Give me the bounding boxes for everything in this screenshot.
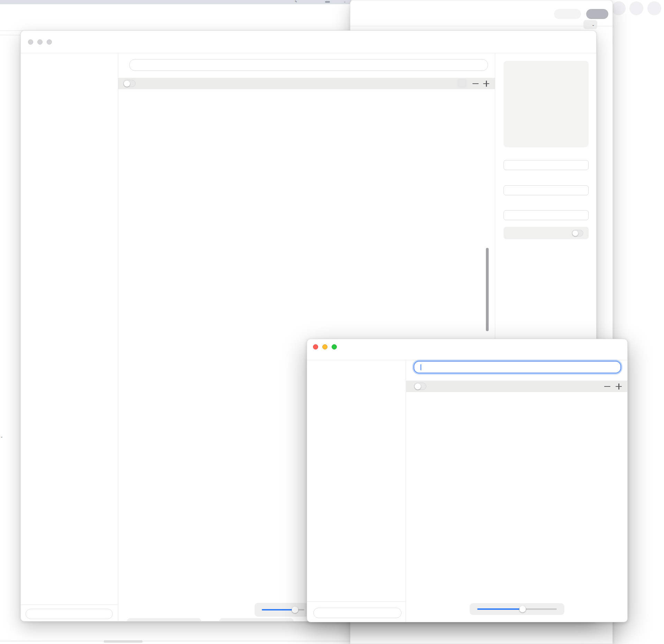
description-field[interactable] (504, 185, 589, 195)
preview-dropdown[interactable]: ⌄ (583, 20, 597, 29)
asset-zoom-slider[interactable] (255, 603, 308, 617)
manage-mode-toggle[interactable] (414, 383, 426, 390)
manage-mode-toggle[interactable] (123, 80, 136, 87)
background-toolbar-strip (0, 0, 351, 4)
save-as-button[interactable] (554, 9, 581, 19)
asset-preview-image (510, 88, 582, 121)
screen: ✎ ⌄ ⌄ ⌄ (0, 0, 664, 644)
filter-colour-palettes-field[interactable] (313, 608, 402, 618)
colour-manager-window (307, 339, 628, 622)
done-button[interactable] (586, 9, 608, 19)
remove-asset-button[interactable] (472, 80, 479, 87)
zoom-button[interactable] (47, 39, 52, 45)
toolbar-handle[interactable] (325, 1, 330, 3)
search-colours-field[interactable] (414, 361, 621, 373)
close-button[interactable] (28, 39, 33, 45)
share-button[interactable] (612, 1, 626, 15)
filter-asset-groups-field[interactable] (26, 609, 113, 619)
bottom-edge-fragment (104, 640, 142, 643)
grid-scrollbar[interactable] (486, 248, 489, 331)
name-field[interactable] (504, 160, 589, 170)
text-caret (421, 364, 421, 370)
always-export-toggle[interactable] (572, 230, 583, 236)
close-button[interactable] (313, 344, 318, 349)
zoom-button[interactable] (332, 344, 337, 349)
add-colour-button[interactable] (615, 383, 622, 390)
slider-thumb[interactable] (519, 606, 526, 613)
ordering-dropdown[interactable] (457, 79, 467, 88)
minimize-button[interactable] (322, 344, 328, 349)
cut-search-label: ⌄ (0, 433, 3, 439)
toolbar-chevron-icon[interactable]: ⌄ (343, 0, 346, 3)
panel-toggle-button[interactable] (647, 1, 661, 15)
colour-manage-bar (406, 381, 627, 392)
always-export-row (504, 227, 589, 239)
remove-colour-button[interactable] (603, 383, 611, 390)
search-assets-field[interactable] (129, 59, 488, 71)
minimize-button[interactable] (37, 39, 43, 45)
add-asset-button[interactable] (482, 80, 490, 87)
asset-manage-bar (118, 78, 495, 89)
asset-preview-card (504, 61, 589, 147)
toolbar-pen-icon[interactable]: ✎ (295, 0, 298, 4)
chevron-down-icon: ⌄ (0, 434, 3, 438)
keywords-field[interactable] (504, 210, 589, 220)
slider-thumb[interactable] (292, 607, 298, 613)
colour-zoom-slider[interactable] (470, 603, 564, 615)
search-button[interactable] (629, 1, 643, 15)
